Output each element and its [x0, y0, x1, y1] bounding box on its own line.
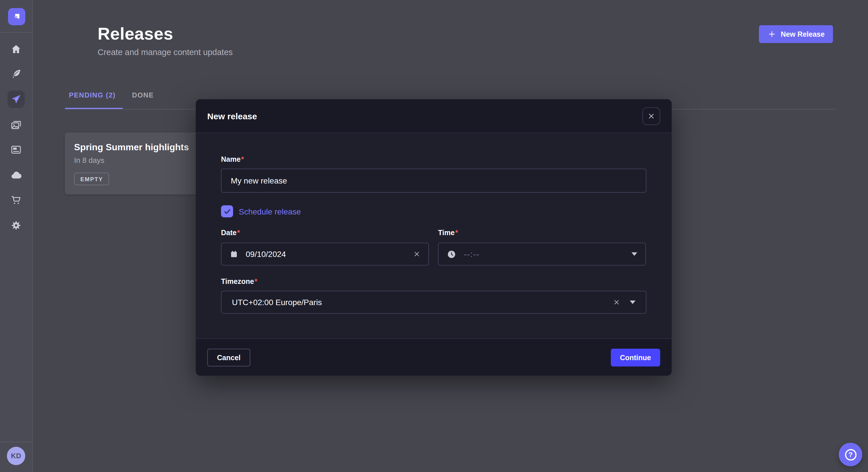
- sidebar-item-releases[interactable]: [7, 91, 25, 108]
- clock-icon: [446, 249, 456, 259]
- media-library-icon: [10, 119, 22, 131]
- clear-x-icon: [413, 250, 420, 258]
- cancel-button[interactable]: Cancel: [207, 349, 250, 367]
- sidebar-item-content-manager[interactable]: [7, 141, 25, 158]
- sidebar-item-cloud[interactable]: [7, 166, 25, 183]
- date-label: Date*: [221, 229, 240, 237]
- schedule-release-label[interactable]: Schedule release: [239, 207, 301, 216]
- date-input[interactable]: 09/10/2024: [221, 243, 429, 266]
- sidebar-item-settings[interactable]: [7, 217, 25, 234]
- required-marker: *: [237, 229, 240, 237]
- sidebar-item-marketplace[interactable]: [7, 192, 25, 209]
- gear-icon: [10, 220, 22, 231]
- question-mark-icon: ?: [845, 449, 856, 460]
- chevron-down-icon[interactable]: [630, 301, 636, 304]
- schedule-release-checkbox[interactable]: [221, 205, 233, 217]
- modal-close-button[interactable]: [642, 107, 660, 125]
- new-release-modal: New release Name* My new release Schedul…: [196, 99, 672, 376]
- time-input-placeholder: --:--: [464, 249, 479, 259]
- new-release-button[interactable]: New Release: [759, 25, 833, 43]
- name-input[interactable]: My new release: [221, 169, 646, 193]
- help-button[interactable]: ?: [839, 443, 862, 466]
- sidebar-item-media-library[interactable]: [7, 116, 25, 134]
- modal-footer: Cancel Continue: [196, 338, 672, 376]
- sidebar-divider-bottom: [0, 442, 32, 442]
- cart-icon: [10, 194, 22, 206]
- avatar[interactable]: KD: [7, 447, 25, 465]
- feather-icon: [10, 68, 22, 80]
- page-title: Releases: [98, 24, 173, 43]
- checkmark-icon: [223, 207, 231, 215]
- page-subtitle: Create and manage content updates: [98, 47, 233, 57]
- close-icon: [648, 112, 655, 120]
- clear-x-icon: [613, 299, 620, 306]
- tab-pending[interactable]: PENDING (2): [69, 91, 116, 99]
- plus-icon: [768, 30, 776, 38]
- strapi-logo[interactable]: [8, 8, 25, 25]
- name-label: Name*: [221, 156, 244, 164]
- strapi-logo-icon: [10, 10, 23, 23]
- release-card-badge: EMPTY: [74, 173, 110, 185]
- modal-title: New release: [207, 111, 257, 121]
- new-release-button-label: New Release: [781, 30, 825, 38]
- tab-done[interactable]: DONE: [132, 91, 154, 99]
- calendar-icon: [229, 249, 238, 259]
- sidebar: KD: [0, 0, 33, 472]
- cloud-icon: [10, 169, 22, 181]
- time-label: Time*: [438, 229, 458, 237]
- modal-header: New release: [196, 99, 672, 133]
- sidebar-divider-top: [0, 32, 32, 33]
- date-input-value: 09/10/2024: [246, 249, 286, 259]
- timezone-label: Timezone*: [221, 278, 257, 285]
- timezone-select-value: UTC+02:00 Europe/Paris: [232, 298, 322, 307]
- required-marker: *: [241, 156, 244, 164]
- timezone-clear-button[interactable]: [613, 299, 620, 306]
- required-marker: *: [455, 229, 458, 237]
- time-input[interactable]: --:--: [438, 243, 646, 266]
- name-input-value: My new release: [231, 176, 287, 185]
- required-marker: *: [255, 278, 257, 285]
- avatar-initials: KD: [11, 452, 21, 460]
- layout-icon: [10, 144, 22, 156]
- sidebar-item-content[interactable]: [7, 65, 25, 82]
- sidebar-item-home[interactable]: [7, 41, 25, 58]
- timezone-select[interactable]: UTC+02:00 Europe/Paris: [221, 291, 646, 314]
- date-clear-button[interactable]: [413, 250, 420, 258]
- send-icon: [10, 94, 22, 105]
- app-root: KD Releases Create and manage content up…: [0, 0, 868, 472]
- continue-button[interactable]: Continue: [611, 349, 660, 367]
- home-icon: [10, 43, 22, 55]
- chevron-down-icon[interactable]: [631, 252, 637, 256]
